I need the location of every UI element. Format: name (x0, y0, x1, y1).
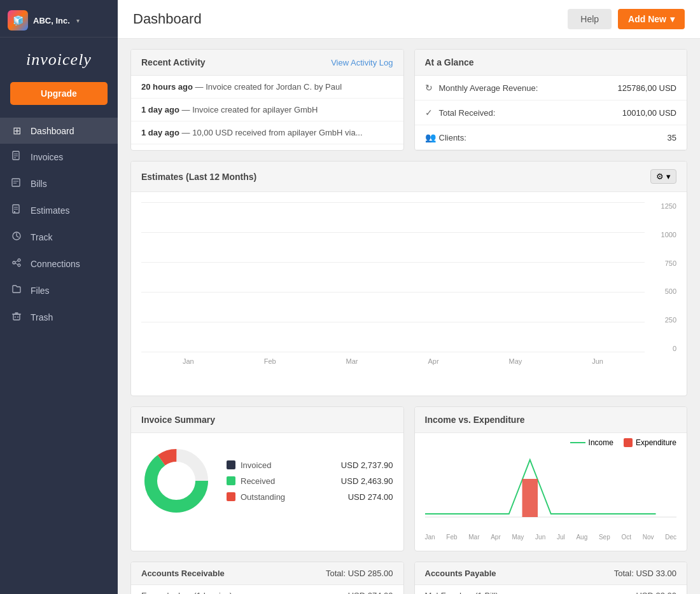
line-chart-svg (425, 453, 677, 530)
dashboard-icon: ⊞ (10, 125, 23, 137)
legend-outstanding: Outstanding USD 274.00 (227, 492, 393, 502)
invoiced-value: USD 2,737.90 (341, 460, 393, 470)
sidebar-item-label: Estimates (31, 205, 69, 216)
sidebar-item-estimates[interactable]: Estimates (0, 197, 118, 224)
svg-rect-16 (13, 314, 20, 320)
legend-invoiced: Invoiced USD 2,737.90 (227, 460, 393, 470)
revenue-icon: ↻ (425, 83, 439, 93)
revenue-value: 125786,00 USD (617, 83, 676, 93)
received-dot (227, 476, 235, 485)
invoice-legend: Invoiced USD 2,737.90 Received USD 2,463… (227, 460, 393, 502)
sidebar-item-label: Track (31, 232, 52, 242)
row-2: Estimates (Last 12 Months) ⚙ ▾ (130, 161, 687, 396)
sidebar-item-connections[interactable]: Connections (0, 251, 118, 277)
chart-settings-button[interactable]: ⚙ ▾ (650, 169, 676, 184)
accounts-receivable-title: Accounts Receivable (141, 569, 225, 578)
sidebar-item-label: Dashboard (31, 126, 74, 136)
y-label-750: 750 (665, 259, 676, 267)
gear-icon: ⚙ (656, 172, 664, 181)
track-icon (10, 231, 23, 244)
sidebar-item-trash[interactable]: Trash (0, 304, 118, 331)
sidebar-item-label: Files (31, 286, 50, 296)
x-label-may: May (509, 357, 522, 365)
sidebar-item-label: Trash (31, 312, 53, 322)
accounts-payable-title: Accounts Payable (425, 569, 496, 578)
accounts-payable-header: Accounts Payable Total: USD 33.00 (415, 562, 687, 585)
expenditure-swatch (624, 438, 633, 447)
company-name: ABC, Inc. (33, 16, 70, 25)
invoices-icon (10, 151, 23, 163)
sidebar-header[interactable]: 🧊 ABC, Inc. ▾ (0, 0, 118, 38)
received-label: Received (241, 476, 336, 486)
sidebar: 🧊 ABC, Inc. ▾ invoicely Upgrade ⊞ Dashbo… (0, 0, 118, 594)
sidebar-nav: ⊞ Dashboard Invoices Bills Estimates T (0, 118, 118, 331)
sidebar-item-dashboard[interactable]: ⊞ Dashboard (0, 118, 118, 144)
x-label-mar: Mar (346, 357, 358, 365)
activity-item-1: 1 day ago — Invoice created for apilayer… (131, 99, 403, 121)
donut-section: Invoiced USD 2,737.90 Received USD 2,463… (131, 433, 403, 528)
clients-value: 35 (668, 133, 676, 142)
expenditure-bar (522, 479, 537, 517)
add-new-label: Add New (628, 14, 666, 24)
sidebar-item-label: Bills (31, 179, 47, 189)
sidebar-item-invoices[interactable]: Invoices (0, 144, 118, 170)
outstanding-dot (227, 492, 235, 501)
invoiced-label: Invoiced (241, 460, 336, 470)
invoice-summary-card: Invoice Summary (130, 406, 404, 551)
estimates-chart-card: Estimates (Last 12 Months) ⚙ ▾ (130, 161, 687, 396)
glance-card-header: At a Glance (415, 50, 687, 76)
glance-row-1: ✓ Total Received: 10010,00 USD (415, 100, 687, 125)
sidebar-item-track[interactable]: Track (0, 224, 118, 251)
logo-icon: 🧊 (8, 10, 28, 31)
dashboard-content: Recent Activity View Activity Log 20 hou… (118, 39, 700, 594)
y-label-1000: 1000 (661, 231, 676, 238)
page-title: Dashboard (133, 11, 202, 27)
ar-value-0: USD 274.00 (348, 591, 393, 594)
sidebar-item-files[interactable]: Files (0, 277, 118, 304)
add-new-button[interactable]: Add New ▾ (618, 9, 685, 29)
line-chart-x-labels: Jan Feb Mar Apr May Jun Jul Aug Sep Oct … (425, 534, 677, 541)
y-label-0: 0 (673, 345, 676, 352)
bills-icon (10, 177, 23, 190)
brand-section: invoicely (0, 38, 118, 76)
topbar-actions: Help Add New ▾ (568, 9, 685, 29)
y-label-250: 250 (665, 316, 676, 324)
donut-chart (141, 446, 211, 516)
svg-rect-4 (12, 179, 20, 186)
upgrade-button[interactable]: Upgrade (10, 82, 108, 105)
row-1: Recent Activity View Activity Log 20 hou… (130, 49, 687, 151)
view-activity-log-link[interactable]: View Activity Log (331, 58, 393, 67)
x-label-feb: Feb (264, 357, 276, 365)
income-card-header: Income vs. Expenditure (415, 407, 687, 433)
glance-row-0: ↻ Monthly Average Revenue: 125786,00 USD (415, 76, 687, 100)
estimates-title: Estimates (Last 12 Months) (141, 172, 256, 182)
sidebar-item-bills[interactable]: Bills (0, 170, 118, 197)
invoice-summary-header: Invoice Summary (131, 407, 403, 433)
estimates-chart-header: Estimates (Last 12 Months) ⚙ ▾ (131, 162, 687, 192)
income-expenditure-card: Income vs. Expenditure Income Expenditur… (414, 406, 688, 551)
estimates-icon (10, 204, 23, 217)
invoice-summary-title: Invoice Summary (141, 415, 215, 425)
brand-logo: invoicely (10, 50, 108, 69)
accounts-payable-item-0: MobFox, Inc. (1 Bill) USD 33.00 (415, 585, 687, 594)
help-button[interactable]: Help (568, 9, 612, 29)
received-value: 10010,00 USD (622, 108, 676, 118)
income-legend-expenditure: Expenditure (624, 438, 676, 447)
sidebar-item-label: Invoices (31, 152, 63, 162)
legend-received: Received USD 2,463.90 (227, 476, 393, 486)
recent-activity-card: Recent Activity View Activity Log 20 hou… (130, 49, 404, 151)
expenditure-legend-label: Expenditure (636, 438, 676, 447)
outstanding-value: USD 274.00 (348, 492, 393, 502)
accounts-payable-card: Accounts Payable Total: USD 33.00 MobFox… (414, 562, 688, 594)
income-legend-income: Income (570, 438, 613, 447)
income-line-swatch (570, 442, 585, 443)
activity-title: Recent Activity (141, 57, 206, 67)
income-title: Income vs. Expenditure (425, 415, 525, 425)
donut-center (158, 463, 194, 499)
topbar: Dashboard Help Add New ▾ (118, 0, 700, 39)
ap-label-0: MobFox, Inc. (1 Bill) (425, 591, 499, 594)
glance-row-2: 👥 Clients: 35 (415, 125, 687, 150)
gear-chevron-icon: ▾ (666, 172, 671, 181)
received-value: USD 2,463.90 (341, 476, 393, 486)
accounts-receivable-header: Accounts Receivable Total: USD 285.00 (131, 562, 403, 585)
